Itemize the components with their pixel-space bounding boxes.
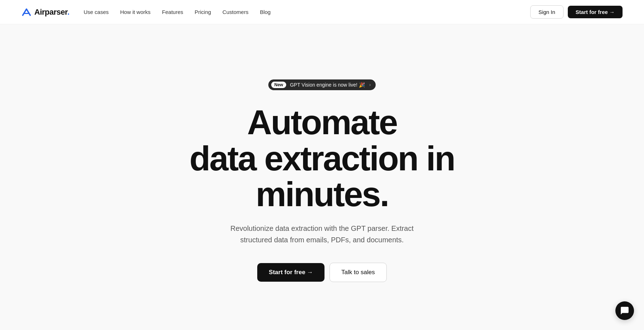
logo[interactable]: Airparser. (21, 7, 69, 17)
hero-title-line1: Automate (247, 103, 397, 141)
nav-left: Airparser. Use cases How it works Featur… (21, 7, 270, 17)
nav-link-blog[interactable]: Blog (260, 9, 270, 15)
badge-text: GPT Vision engine is now live! 🎉 (290, 82, 365, 88)
hero-title-line2: data extraction in (190, 139, 455, 178)
start-free-nav-button[interactable]: Start for free → (568, 6, 623, 18)
nav-link-how-it-works[interactable]: How it works (120, 9, 151, 15)
nav-item-how-it-works[interactable]: How it works (120, 9, 151, 15)
nav-links: Use cases How it works Features Pricing … (84, 9, 271, 15)
hero-title: Automate data extraction in minutes. (190, 105, 455, 213)
hero-buttons: Start for free → Talk to sales (257, 263, 386, 282)
navbar: Airparser. Use cases How it works Featur… (0, 0, 644, 24)
nav-item-customers[interactable]: Customers (223, 9, 249, 15)
nav-link-use-cases[interactable]: Use cases (84, 9, 109, 15)
talk-to-sales-button[interactable]: Talk to sales (330, 263, 387, 282)
start-free-hero-button[interactable]: Start for free → (257, 263, 325, 282)
badge-new-label: New (271, 82, 287, 88)
chat-bubble-button[interactable] (615, 301, 634, 320)
logo-icon (21, 7, 31, 17)
nav-item-features[interactable]: Features (162, 9, 183, 15)
badge-arrow-icon: › (369, 82, 371, 87)
nav-link-features[interactable]: Features (162, 9, 183, 15)
logo-text: Airparser. (34, 8, 69, 17)
hero-subtitle: Revolutionize data extraction with the G… (222, 223, 422, 246)
announcement-badge[interactable]: New GPT Vision engine is now live! 🎉 › (268, 79, 376, 90)
nav-item-use-cases[interactable]: Use cases (84, 9, 109, 15)
nav-item-pricing[interactable]: Pricing (195, 9, 211, 15)
nav-link-pricing[interactable]: Pricing (195, 9, 211, 15)
chat-icon (620, 306, 629, 315)
hero-title-line3: minutes. (256, 175, 389, 213)
sign-in-button[interactable]: Sign In (530, 5, 564, 19)
nav-right: Sign In Start for free → (530, 5, 623, 19)
nav-item-blog[interactable]: Blog (260, 9, 270, 15)
nav-link-customers[interactable]: Customers (223, 9, 249, 15)
hero-section: New GPT Vision engine is now live! 🎉 › A… (0, 24, 644, 330)
